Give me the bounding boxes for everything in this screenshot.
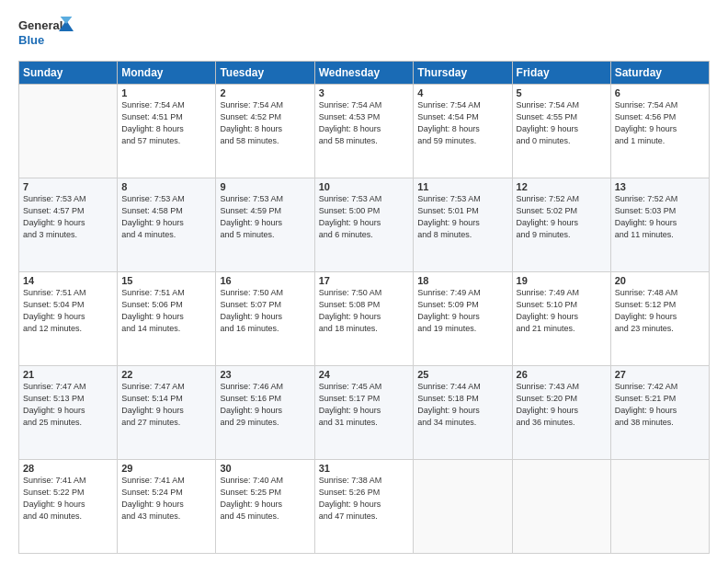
- calendar-table: SundayMondayTuesdayWednesdayThursdayFrid…: [18, 61, 710, 554]
- weekday-header-thursday: Thursday: [414, 62, 512, 85]
- day-number: 6: [615, 87, 705, 98]
- day-info: Sunrise: 7:54 AMSunset: 4:54 PMDaylight:…: [417, 99, 507, 147]
- day-number: 27: [615, 369, 705, 380]
- day-number: 15: [121, 275, 211, 286]
- calendar-cell: [414, 460, 512, 554]
- day-info: Sunrise: 7:44 AMSunset: 5:18 PMDaylight:…: [417, 381, 507, 429]
- day-info: Sunrise: 7:51 AMSunset: 5:04 PMDaylight:…: [23, 287, 113, 335]
- calendar-cell: 11Sunrise: 7:53 AMSunset: 5:01 PMDayligh…: [414, 178, 512, 272]
- day-number: 31: [319, 463, 410, 474]
- calendar-cell: 21Sunrise: 7:47 AMSunset: 5:13 PMDayligh…: [19, 366, 118, 460]
- calendar-cell: 22Sunrise: 7:47 AMSunset: 5:14 PMDayligh…: [118, 366, 216, 460]
- day-number: 8: [121, 181, 211, 192]
- day-info: Sunrise: 7:51 AMSunset: 5:06 PMDaylight:…: [121, 287, 211, 335]
- calendar-cell: [19, 85, 118, 178]
- day-number: 24: [319, 369, 410, 380]
- calendar-cell: 1Sunrise: 7:54 AMSunset: 4:51 PMDaylight…: [118, 85, 216, 178]
- day-info: Sunrise: 7:54 AMSunset: 4:51 PMDaylight:…: [121, 99, 211, 147]
- day-info: Sunrise: 7:53 AMSunset: 5:00 PMDaylight:…: [319, 193, 410, 241]
- day-number: 2: [220, 87, 310, 98]
- calendar-cell: 12Sunrise: 7:52 AMSunset: 5:02 PMDayligh…: [512, 178, 610, 272]
- calendar-cell: 9Sunrise: 7:53 AMSunset: 4:59 PMDaylight…: [216, 178, 314, 272]
- calendar-cell: 6Sunrise: 7:54 AMSunset: 4:56 PMDaylight…: [610, 85, 709, 178]
- day-info: Sunrise: 7:47 AMSunset: 5:13 PMDaylight:…: [23, 381, 113, 429]
- logo: General Blue: [18, 17, 74, 52]
- svg-text:Blue: Blue: [18, 33, 44, 47]
- calendar-cell: 17Sunrise: 7:50 AMSunset: 5:08 PMDayligh…: [314, 272, 414, 366]
- day-info: Sunrise: 7:53 AMSunset: 4:59 PMDaylight:…: [220, 193, 310, 241]
- calendar-cell: 3Sunrise: 7:54 AMSunset: 4:53 PMDaylight…: [314, 85, 414, 178]
- day-info: Sunrise: 7:47 AMSunset: 5:14 PMDaylight:…: [121, 381, 211, 429]
- calendar-cell: 15Sunrise: 7:51 AMSunset: 5:06 PMDayligh…: [118, 272, 216, 366]
- day-number: 10: [319, 181, 410, 192]
- day-info: Sunrise: 7:43 AMSunset: 5:20 PMDaylight:…: [517, 381, 607, 429]
- day-info: Sunrise: 7:49 AMSunset: 5:09 PMDaylight:…: [417, 287, 507, 335]
- day-number: 18: [417, 275, 507, 286]
- day-info: Sunrise: 7:53 AMSunset: 4:57 PMDaylight:…: [23, 193, 113, 241]
- day-number: 12: [517, 181, 607, 192]
- day-info: Sunrise: 7:53 AMSunset: 4:58 PMDaylight:…: [121, 193, 211, 241]
- weekday-header-saturday: Saturday: [610, 62, 709, 85]
- day-number: 20: [615, 275, 705, 286]
- svg-text:General: General: [18, 18, 63, 32]
- day-number: 21: [23, 369, 113, 380]
- day-number: 14: [23, 275, 113, 286]
- day-info: Sunrise: 7:54 AMSunset: 4:52 PMDaylight:…: [220, 99, 310, 147]
- day-info: Sunrise: 7:52 AMSunset: 5:02 PMDaylight:…: [517, 193, 607, 241]
- calendar-cell: 20Sunrise: 7:48 AMSunset: 5:12 PMDayligh…: [610, 272, 709, 366]
- day-info: Sunrise: 7:40 AMSunset: 5:25 PMDaylight:…: [220, 475, 310, 523]
- day-number: 28: [23, 463, 113, 474]
- day-number: 1: [121, 87, 211, 98]
- calendar-cell: 2Sunrise: 7:54 AMSunset: 4:52 PMDaylight…: [216, 85, 314, 178]
- day-info: Sunrise: 7:45 AMSunset: 5:17 PMDaylight:…: [319, 381, 410, 429]
- day-number: 17: [319, 275, 410, 286]
- calendar-cell: 28Sunrise: 7:41 AMSunset: 5:22 PMDayligh…: [19, 460, 118, 554]
- calendar-cell: 16Sunrise: 7:50 AMSunset: 5:07 PMDayligh…: [216, 272, 314, 366]
- day-number: 19: [517, 275, 607, 286]
- day-number: 30: [220, 463, 310, 474]
- day-info: Sunrise: 7:41 AMSunset: 5:22 PMDaylight:…: [23, 475, 113, 523]
- calendar-cell: 5Sunrise: 7:54 AMSunset: 4:55 PMDaylight…: [512, 85, 610, 178]
- calendar-cell: 13Sunrise: 7:52 AMSunset: 5:03 PMDayligh…: [610, 178, 709, 272]
- day-number: 7: [23, 181, 113, 192]
- day-number: 13: [615, 181, 705, 192]
- calendar-cell: [512, 460, 610, 554]
- calendar-cell: [610, 460, 709, 554]
- day-number: 29: [121, 463, 211, 474]
- day-info: Sunrise: 7:54 AMSunset: 4:56 PMDaylight:…: [615, 99, 705, 147]
- calendar-cell: 4Sunrise: 7:54 AMSunset: 4:54 PMDaylight…: [414, 85, 512, 178]
- calendar-cell: 25Sunrise: 7:44 AMSunset: 5:18 PMDayligh…: [414, 366, 512, 460]
- day-number: 26: [517, 369, 607, 380]
- weekday-header-friday: Friday: [512, 62, 610, 85]
- weekday-header-sunday: Sunday: [19, 62, 118, 85]
- weekday-header-monday: Monday: [118, 62, 216, 85]
- logo-svg: General Blue: [18, 17, 74, 52]
- day-info: Sunrise: 7:42 AMSunset: 5:21 PMDaylight:…: [615, 381, 705, 429]
- calendar-cell: 30Sunrise: 7:40 AMSunset: 5:25 PMDayligh…: [216, 460, 314, 554]
- day-info: Sunrise: 7:52 AMSunset: 5:03 PMDaylight:…: [615, 193, 705, 241]
- day-info: Sunrise: 7:50 AMSunset: 5:07 PMDaylight:…: [220, 287, 310, 335]
- day-number: 9: [220, 181, 310, 192]
- day-number: 23: [220, 369, 310, 380]
- calendar-cell: 26Sunrise: 7:43 AMSunset: 5:20 PMDayligh…: [512, 366, 610, 460]
- calendar-cell: 23Sunrise: 7:46 AMSunset: 5:16 PMDayligh…: [216, 366, 314, 460]
- calendar-cell: 10Sunrise: 7:53 AMSunset: 5:00 PMDayligh…: [314, 178, 414, 272]
- calendar-cell: 31Sunrise: 7:38 AMSunset: 5:26 PMDayligh…: [314, 460, 414, 554]
- day-number: 25: [417, 369, 507, 380]
- day-number: 22: [121, 369, 211, 380]
- day-number: 11: [417, 181, 507, 192]
- weekday-header-tuesday: Tuesday: [216, 62, 314, 85]
- day-info: Sunrise: 7:49 AMSunset: 5:10 PMDaylight:…: [517, 287, 607, 335]
- calendar-cell: 24Sunrise: 7:45 AMSunset: 5:17 PMDayligh…: [314, 366, 414, 460]
- day-info: Sunrise: 7:54 AMSunset: 4:55 PMDaylight:…: [517, 99, 607, 147]
- day-number: 4: [417, 87, 507, 98]
- day-number: 5: [517, 87, 607, 98]
- calendar-cell: 8Sunrise: 7:53 AMSunset: 4:58 PMDaylight…: [118, 178, 216, 272]
- day-info: Sunrise: 7:41 AMSunset: 5:24 PMDaylight:…: [121, 475, 211, 523]
- calendar-cell: 18Sunrise: 7:49 AMSunset: 5:09 PMDayligh…: [414, 272, 512, 366]
- day-info: Sunrise: 7:38 AMSunset: 5:26 PMDaylight:…: [319, 475, 410, 523]
- day-info: Sunrise: 7:53 AMSunset: 5:01 PMDaylight:…: [417, 193, 507, 241]
- day-info: Sunrise: 7:54 AMSunset: 4:53 PMDaylight:…: [319, 99, 410, 147]
- day-number: 16: [220, 275, 310, 286]
- day-info: Sunrise: 7:50 AMSunset: 5:08 PMDaylight:…: [319, 287, 410, 335]
